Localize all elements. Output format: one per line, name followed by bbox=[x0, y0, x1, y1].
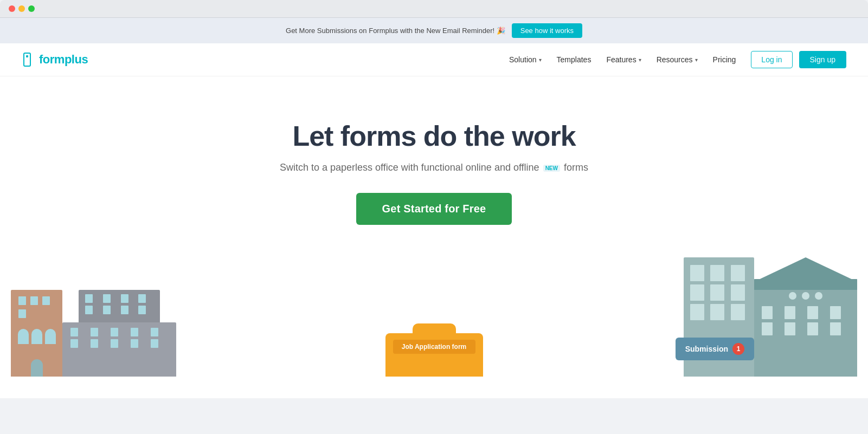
building-2-windows bbox=[62, 322, 176, 353]
form-card-label: Job Application form bbox=[393, 340, 475, 354]
arch-window bbox=[18, 329, 29, 344]
nav-actions: Log in Sign up bbox=[751, 51, 846, 68]
circle-decoration bbox=[815, 292, 822, 300]
arch-window bbox=[31, 329, 42, 344]
window bbox=[830, 306, 841, 319]
window bbox=[138, 294, 146, 303]
phone-notch bbox=[413, 323, 456, 333]
illustration-area: Job Application form bbox=[11, 236, 857, 377]
svg-rect-0 bbox=[24, 53, 30, 66]
building-2-wrapper bbox=[62, 322, 176, 377]
building-r2-wrapper: Submission 1 bbox=[754, 279, 857, 377]
window bbox=[710, 284, 724, 301]
window bbox=[151, 339, 158, 348]
circle-decoration bbox=[789, 292, 796, 300]
logo[interactable]: formplus bbox=[22, 51, 88, 68]
svg-rect-1 bbox=[26, 55, 28, 57]
banner-text: Get More Submissions on Formplus with th… bbox=[286, 27, 505, 35]
new-badge: NEW bbox=[543, 165, 560, 172]
building-2 bbox=[62, 322, 176, 377]
window bbox=[91, 339, 98, 348]
submission-badge: Submission 1 bbox=[676, 338, 754, 360]
close-dot bbox=[9, 5, 15, 12]
circle-decoration bbox=[802, 292, 809, 300]
window bbox=[42, 296, 50, 305]
login-button[interactable]: Log in bbox=[751, 51, 792, 68]
browser-chrome bbox=[0, 0, 868, 18]
building-1 bbox=[11, 290, 62, 377]
building-1-windows bbox=[11, 290, 62, 318]
window bbox=[18, 309, 26, 318]
arch-window bbox=[45, 329, 56, 344]
logo-icon bbox=[22, 51, 39, 68]
hero-title: Let forms do the work bbox=[11, 120, 857, 152]
window bbox=[151, 328, 158, 336]
window bbox=[111, 328, 118, 336]
form-card-body: Job Application form bbox=[385, 333, 483, 377]
banner-cta-button[interactable]: See how it works bbox=[512, 23, 582, 38]
window bbox=[785, 322, 795, 335]
hero-subtitle: Switch to a paperless office with functi… bbox=[11, 162, 857, 173]
submission-count: 1 bbox=[732, 343, 744, 355]
submission-label: Submission bbox=[685, 345, 728, 353]
window bbox=[103, 306, 111, 314]
window bbox=[131, 328, 138, 336]
window bbox=[18, 296, 26, 305]
page-wrapper: Get More Submissions on Formplus with th… bbox=[0, 18, 868, 398]
window bbox=[830, 322, 841, 335]
window bbox=[103, 294, 111, 303]
window bbox=[70, 328, 78, 336]
buildings-left bbox=[11, 290, 176, 377]
chevron-down-icon: ▾ bbox=[539, 57, 542, 63]
nav-item-features[interactable]: Features ▾ bbox=[606, 55, 641, 64]
window bbox=[762, 322, 773, 335]
window bbox=[111, 339, 118, 348]
window bbox=[121, 294, 128, 303]
window bbox=[85, 294, 93, 303]
window bbox=[807, 322, 818, 335]
window bbox=[710, 265, 724, 281]
window bbox=[121, 306, 128, 314]
building-r1-windows bbox=[684, 257, 754, 328]
maximize-dot bbox=[28, 5, 35, 12]
window bbox=[138, 306, 146, 314]
navigation: formplus Solution ▾ Templates Features ▾… bbox=[0, 43, 868, 76]
window bbox=[91, 328, 98, 336]
minimize-dot bbox=[18, 5, 25, 12]
chevron-down-icon-resources: ▾ bbox=[695, 57, 698, 63]
nav-item-resources[interactable]: Resources ▾ bbox=[657, 55, 698, 64]
building-2-top bbox=[79, 290, 160, 322]
window bbox=[710, 304, 724, 320]
window bbox=[785, 306, 795, 319]
form-card: Job Application form bbox=[385, 323, 483, 377]
buildings-right: Submission 1 bbox=[684, 257, 857, 377]
nav-item-templates[interactable]: Templates bbox=[557, 55, 591, 64]
window bbox=[731, 284, 745, 301]
window bbox=[690, 284, 704, 301]
hero-section: Let forms do the work Switch to a paperl… bbox=[0, 76, 868, 398]
window bbox=[807, 306, 818, 319]
signup-button[interactable]: Sign up bbox=[799, 51, 846, 68]
logo-text: formplus bbox=[39, 53, 88, 67]
chevron-down-icon-features: ▾ bbox=[639, 57, 641, 63]
window bbox=[731, 304, 745, 320]
nav-item-solution[interactable]: Solution ▾ bbox=[509, 55, 542, 64]
building-r2: Submission 1 bbox=[754, 279, 857, 377]
window bbox=[690, 265, 704, 281]
window bbox=[30, 296, 38, 305]
window bbox=[85, 306, 93, 314]
building-r2-circles bbox=[754, 290, 857, 302]
window bbox=[70, 339, 78, 348]
building-1-door bbox=[31, 359, 43, 377]
announcement-banner: Get More Submissions on Formplus with th… bbox=[0, 18, 868, 43]
pediment bbox=[754, 257, 857, 282]
window bbox=[131, 339, 138, 348]
building-r2-cornice bbox=[754, 279, 857, 290]
cta-button[interactable]: Get Started for Free bbox=[356, 193, 512, 225]
building-r2-windows bbox=[754, 302, 857, 340]
nav-item-pricing[interactable]: Pricing bbox=[713, 55, 736, 64]
window bbox=[731, 265, 745, 281]
pediment-triangle bbox=[754, 257, 857, 282]
window bbox=[762, 306, 773, 319]
nav-links: Solution ▾ Templates Features ▾ Resource… bbox=[509, 55, 736, 64]
